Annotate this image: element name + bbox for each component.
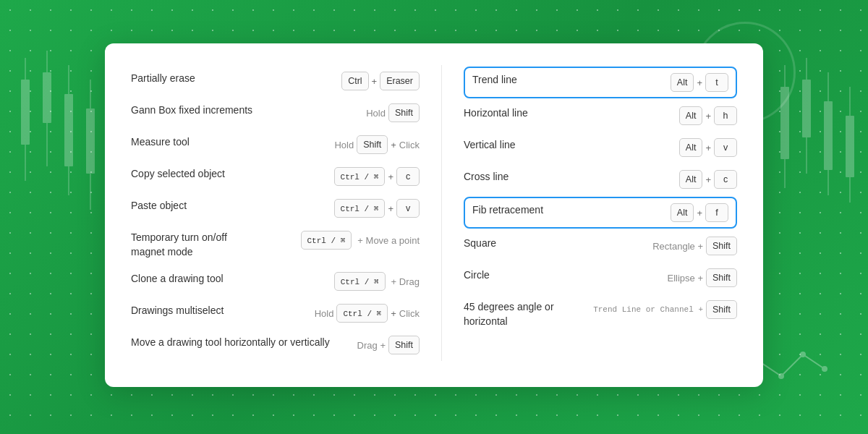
row-square: Square Rectangle + Shift bbox=[464, 230, 737, 262]
keys-copy-selected: Ctrl / ⌘ + c bbox=[334, 167, 420, 186]
row-clone-drawing: Clone a drawing tool Ctrl / ⌘ + Drag bbox=[131, 265, 420, 297]
svg-point-18 bbox=[778, 373, 784, 379]
keys-vertical-line: Alt + v bbox=[679, 138, 737, 157]
label-clone-drawing: Clone a drawing tool bbox=[131, 272, 334, 286]
key-shift-1: Shift bbox=[388, 103, 420, 122]
label-move-drawing: Move a drawing tool horizontally or vert… bbox=[131, 336, 357, 350]
keys-drawings-multiselect: Hold Ctrl / ⌘ + Click bbox=[315, 304, 420, 323]
key-f: f bbox=[705, 203, 728, 222]
key-shift-3: Shift bbox=[388, 336, 420, 354]
label-temp-magnet: Temporary turn on/offmagnet mode bbox=[131, 231, 301, 259]
label-square: Square bbox=[464, 237, 652, 251]
text-hold-1: Hold bbox=[366, 108, 386, 119]
row-trend-line: Trend line Alt + t bbox=[464, 67, 737, 98]
text-ellipse: Ellipse + bbox=[667, 273, 703, 284]
key-v: v bbox=[714, 138, 737, 157]
key-eraser: Eraser bbox=[380, 72, 420, 90]
svg-rect-1 bbox=[21, 80, 30, 145]
key-ctrl-cmd-1: Ctrl / ⌘ bbox=[334, 167, 386, 186]
svg-rect-11 bbox=[802, 80, 811, 137]
key-shift-2: Shift bbox=[357, 135, 388, 154]
shortcuts-modal: Partially erase Ctrl + Eraser Gann Box f… bbox=[105, 43, 763, 387]
label-paste-object: Paste object bbox=[131, 199, 334, 213]
text-trend-channel: Trend Line or Channel + bbox=[593, 305, 703, 314]
row-paste-object: Paste object Ctrl / ⌘ + v bbox=[131, 192, 420, 224]
label-copy-selected: Copy selected object bbox=[131, 167, 334, 182]
keys-cross-line: Alt + c bbox=[679, 170, 737, 189]
keys-horizontal-line: Alt + h bbox=[679, 106, 737, 125]
text-hold-3: Hold bbox=[315, 308, 334, 319]
svg-rect-7 bbox=[86, 109, 95, 174]
key-alt-2: Alt bbox=[679, 106, 703, 125]
right-column: Trend line Alt + t Horizontal line Alt +… bbox=[442, 65, 737, 361]
row-drawings-multiselect: Drawings multiselect Hold Ctrl / ⌘ + Cli… bbox=[131, 297, 420, 329]
label-gann-box: Gann Box fixed increments bbox=[131, 103, 366, 118]
svg-rect-5 bbox=[64, 94, 73, 166]
keys-move-drawing: Drag + Shift bbox=[357, 336, 420, 354]
row-measure-tool: Measure tool Hold Shift + Click bbox=[131, 129, 420, 161]
label-fib-retracement: Fib retracement bbox=[472, 203, 671, 218]
label-vertical-line: Vertical line bbox=[464, 138, 679, 153]
text-rectangle: Rectangle + bbox=[652, 241, 703, 252]
keys-temp-magnet: Ctrl / ⌘ + Move a point bbox=[301, 231, 420, 250]
text-drag: + Drag bbox=[391, 276, 420, 287]
svg-rect-15 bbox=[846, 116, 854, 177]
label-45-degrees: 45 degrees angle or horizontal bbox=[464, 300, 593, 328]
key-ctrl-cmd-2: Ctrl / ⌘ bbox=[334, 199, 386, 218]
label-circle: Circle bbox=[464, 268, 667, 283]
label-partially-erase: Partially erase bbox=[131, 72, 341, 86]
keys-partially-erase: Ctrl + Eraser bbox=[341, 72, 420, 90]
key-ctrl-cmd-5: Ctrl / ⌘ bbox=[336, 304, 388, 323]
keys-fib-retracement: Alt + f bbox=[671, 203, 728, 222]
keys-measure-tool: Hold Shift + Click bbox=[334, 135, 420, 154]
key-alt-1: Alt bbox=[671, 73, 694, 92]
row-temp-magnet: Temporary turn on/offmagnet mode Ctrl / … bbox=[131, 224, 420, 265]
svg-point-19 bbox=[800, 352, 806, 357]
row-copy-selected: Copy selected object Ctrl / ⌘ + c bbox=[131, 161, 420, 192]
label-drawings-multiselect: Drawings multiselect bbox=[131, 304, 315, 318]
key-ctrl: Ctrl bbox=[341, 72, 368, 90]
key-c: c bbox=[396, 167, 420, 186]
left-chart-decoration bbox=[11, 36, 98, 253]
key-shift-sq: Shift bbox=[706, 237, 737, 255]
row-move-drawing: Move a drawing tool horizontally or vert… bbox=[131, 329, 420, 361]
row-circle: Circle Ellipse + Shift bbox=[464, 262, 737, 294]
key-alt-5: Alt bbox=[671, 203, 694, 222]
label-cross-line: Cross line bbox=[464, 170, 679, 184]
keys-paste-object: Ctrl / ⌘ + v bbox=[334, 199, 420, 218]
keys-square: Rectangle + Shift bbox=[652, 237, 737, 255]
row-horizontal-line: Horizontal line Alt + h bbox=[464, 100, 737, 132]
label-measure-tool: Measure tool bbox=[131, 135, 334, 150]
keys-circle: Ellipse + Shift bbox=[667, 268, 737, 287]
key-alt-4: Alt bbox=[679, 170, 703, 189]
key-ctrl-cmd-4: Ctrl / ⌘ bbox=[334, 272, 386, 291]
row-fib-retracement: Fib retracement Alt + f bbox=[464, 197, 737, 229]
row-cross-line: Cross line Alt + c bbox=[464, 163, 737, 195]
svg-rect-3 bbox=[43, 72, 51, 123]
row-partially-erase: Partially erase Ctrl + Eraser bbox=[131, 65, 420, 97]
key-shift-circ: Shift bbox=[706, 268, 737, 287]
label-horizontal-line: Horizontal line bbox=[464, 106, 679, 121]
key-shift-45: Shift bbox=[706, 300, 737, 319]
text-drag-2: Drag + bbox=[357, 340, 386, 351]
svg-point-20 bbox=[822, 366, 827, 372]
row-vertical-line: Vertical line Alt + v bbox=[464, 132, 737, 163]
text-click: Click bbox=[399, 140, 420, 150]
svg-rect-13 bbox=[824, 101, 833, 170]
key-t: t bbox=[705, 73, 728, 92]
keys-45-degrees: Trend Line or Channel + Shift bbox=[593, 300, 737, 319]
text-click-2: Click bbox=[399, 308, 420, 319]
key-h: h bbox=[714, 106, 737, 125]
keys-gann-box: Hold Shift bbox=[366, 103, 420, 122]
row-45-degrees: 45 degrees angle or horizontal Trend Lin… bbox=[464, 294, 737, 335]
text-move-point: + Move a point bbox=[357, 235, 420, 246]
label-trend-line: Trend line bbox=[472, 73, 671, 88]
key-c2: c bbox=[714, 170, 737, 189]
keys-trend-line: Alt + t bbox=[671, 73, 728, 92]
key-v: v bbox=[396, 199, 420, 218]
key-alt-3: Alt bbox=[679, 138, 703, 157]
text-hold-2: Hold bbox=[334, 140, 354, 150]
keys-clone-drawing: Ctrl / ⌘ + Drag bbox=[334, 272, 420, 291]
left-column: Partially erase Ctrl + Eraser Gann Box f… bbox=[131, 65, 442, 361]
key-ctrl-cmd-3: Ctrl / ⌘ bbox=[301, 231, 352, 250]
